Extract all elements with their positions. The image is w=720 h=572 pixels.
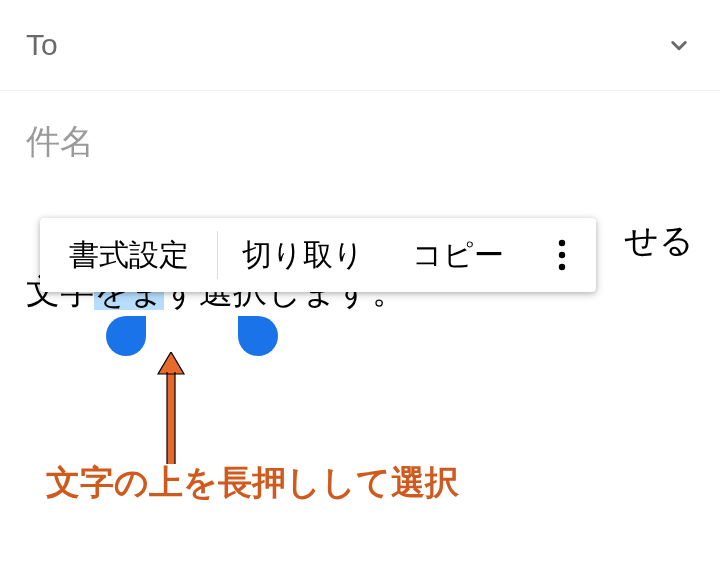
subject-placeholder: 件名 — [26, 122, 94, 160]
menu-format[interactable]: 書式設定 — [40, 231, 218, 279]
body-line1-suffix: せる — [624, 221, 694, 259]
chevron-down-icon[interactable] — [664, 30, 694, 60]
menu-cut[interactable]: 切り取り — [218, 235, 388, 276]
svg-point-2 — [559, 264, 565, 270]
subject-field-row[interactable]: 件名 — [0, 91, 720, 187]
text-context-menu: 書式設定 切り取り コピー — [40, 218, 596, 292]
svg-point-0 — [559, 240, 565, 246]
menu-copy[interactable]: コピー — [388, 235, 528, 276]
to-field-row[interactable]: To — [0, 0, 720, 91]
svg-marker-5 — [158, 352, 184, 374]
selection-handle-right[interactable] — [238, 316, 278, 356]
selection-handle-left[interactable] — [106, 316, 146, 356]
annotation-arrow-icon — [156, 352, 186, 468]
to-label: To — [26, 28, 58, 62]
menu-more-icon[interactable] — [528, 218, 596, 292]
annotation-caption: 文字の上を長押しして選択 — [46, 460, 459, 506]
svg-point-1 — [559, 252, 565, 258]
